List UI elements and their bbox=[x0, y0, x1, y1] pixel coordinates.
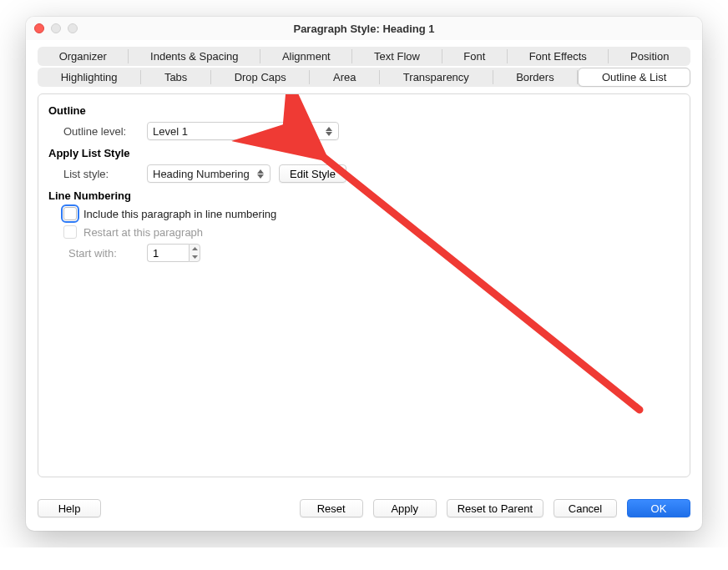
ok-button[interactable]: OK bbox=[627, 499, 690, 517]
tab-borders[interactable]: Borders bbox=[493, 68, 578, 87]
chevron-updown-icon bbox=[323, 124, 335, 138]
outline-level-label: Outline level: bbox=[63, 125, 147, 138]
tab-text-flow[interactable]: Text Flow bbox=[352, 47, 441, 66]
reset-to-parent-button[interactable]: Reset to Parent bbox=[447, 499, 543, 517]
restart-checkbox-row: Restart at this paragraph bbox=[63, 225, 680, 239]
dialog-window: Paragraph Style: Heading 1 Organizer Ind… bbox=[26, 17, 702, 531]
list-style-value: Heading Numbering bbox=[153, 168, 250, 180]
start-with-label: Start with: bbox=[68, 247, 147, 260]
outline-level-row: Outline level: Level 1 bbox=[63, 122, 680, 140]
chevron-updown-icon bbox=[255, 167, 266, 180]
start-with-input[interactable] bbox=[147, 244, 189, 262]
traffic-lights bbox=[34, 23, 78, 33]
tab-tabs[interactable]: Tabs bbox=[141, 68, 210, 87]
start-with-stepper[interactable] bbox=[147, 244, 200, 262]
include-checkbox-row: Include this paragraph in line numbering bbox=[63, 207, 680, 220]
tab-drop-caps[interactable]: Drop Caps bbox=[211, 68, 309, 87]
list-style-row: List style: Heading Numbering Edit Style bbox=[63, 164, 680, 183]
cancel-button[interactable]: Cancel bbox=[554, 499, 617, 517]
list-style-select[interactable]: Heading Numbering bbox=[147, 164, 270, 183]
tab-strip: Organizer Indents & Spacing Alignment Te… bbox=[38, 47, 690, 87]
tab-highlighting[interactable]: Highlighting bbox=[38, 68, 140, 87]
stepper-buttons[interactable] bbox=[189, 244, 200, 262]
help-button[interactable]: Help bbox=[38, 499, 101, 517]
outline-header: Outline bbox=[48, 104, 680, 117]
chevron-down-icon[interactable] bbox=[190, 253, 200, 261]
edit-style-button[interactable]: Edit Style bbox=[279, 164, 346, 183]
tab-area[interactable]: Area bbox=[310, 68, 379, 87]
settings-pane: Outline Outline level: Level 1 Apply Lis… bbox=[38, 93, 690, 477]
tab-indents-spacing[interactable]: Indents & Spacing bbox=[129, 47, 260, 66]
include-checkbox-label: Include this paragraph in line numbering bbox=[83, 208, 276, 220]
titlebar: Paragraph Style: Heading 1 bbox=[26, 17, 702, 40]
include-checkbox[interactable] bbox=[63, 207, 77, 220]
apply-button[interactable]: Apply bbox=[373, 499, 437, 517]
list-style-header: Apply List Style bbox=[48, 147, 680, 159]
minimize-icon bbox=[51, 23, 61, 33]
list-style-label: List style: bbox=[63, 168, 147, 180]
start-with-row: Start with: bbox=[68, 244, 680, 262]
footer: Help Reset Apply Reset to Parent Cancel … bbox=[26, 489, 702, 531]
tab-font-effects[interactable]: Font Effects bbox=[508, 47, 608, 66]
reset-button[interactable]: Reset bbox=[300, 499, 363, 517]
line-numbering-header: Line Numbering bbox=[48, 189, 680, 202]
outline-level-select[interactable]: Level 1 bbox=[147, 122, 339, 140]
tab-row-1: Organizer Indents & Spacing Alignment Te… bbox=[38, 47, 690, 66]
chevron-up-icon[interactable] bbox=[190, 245, 200, 253]
tab-row-2: Highlighting Tabs Drop Caps Area Transpa… bbox=[38, 68, 690, 87]
outline-level-value: Level 1 bbox=[153, 125, 188, 138]
content-area: Organizer Indents & Spacing Alignment Te… bbox=[26, 40, 702, 489]
tab-outline-list[interactable]: Outline & List bbox=[578, 68, 690, 87]
tab-position[interactable]: Position bbox=[609, 47, 690, 66]
tab-alignment[interactable]: Alignment bbox=[260, 47, 351, 66]
tab-organizer[interactable]: Organizer bbox=[38, 47, 128, 66]
restart-checkbox-label: Restart at this paragraph bbox=[83, 226, 203, 239]
maximize-icon bbox=[68, 23, 78, 33]
tab-font[interactable]: Font bbox=[442, 47, 507, 66]
window-title: Paragraph Style: Heading 1 bbox=[26, 23, 702, 35]
restart-checkbox[interactable] bbox=[63, 225, 77, 239]
tab-transparency[interactable]: Transparency bbox=[380, 68, 492, 87]
close-icon[interactable] bbox=[34, 23, 44, 33]
